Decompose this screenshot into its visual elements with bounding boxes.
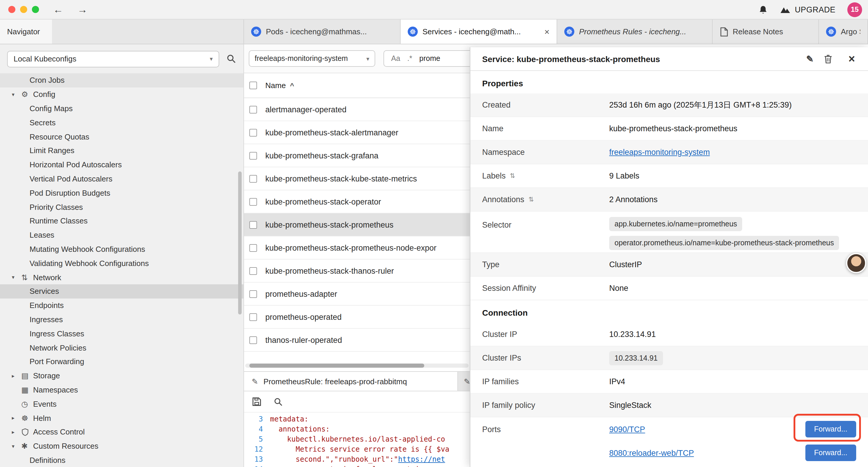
sidebar-item-label: Horizontal Pod Autoscalers bbox=[30, 160, 122, 169]
sidebar-item-cron-jobs[interactable]: Cron Jobs bbox=[0, 73, 243, 87]
row-checkbox[interactable] bbox=[249, 175, 257, 182]
select-all-checkbox[interactable] bbox=[249, 82, 257, 89]
namespace-selector[interactable]: freeleaps-monitoring-system ▾ bbox=[249, 50, 375, 67]
sidebar-item-runtime-classes[interactable]: Runtime Classes bbox=[0, 214, 243, 228]
row-checkbox[interactable] bbox=[249, 106, 257, 113]
save-icon[interactable] bbox=[252, 397, 262, 407]
expand-collapse-icon[interactable]: ⇅ bbox=[529, 196, 534, 203]
sidebar-item-network[interactable]: ▾ ⇅ Network bbox=[0, 270, 243, 284]
forward-button[interactable]: Forward... bbox=[805, 421, 856, 437]
tab-services[interactable]: ☸ Services - icecheng@math... × bbox=[401, 20, 557, 44]
title-bar-right: UPGRADE 15 bbox=[758, 2, 862, 17]
port-link[interactable]: 9090/TCP bbox=[609, 425, 645, 434]
tab-argo[interactable]: ☸ Argo S bbox=[819, 20, 868, 44]
detail-label: Ports bbox=[482, 425, 609, 434]
url-link[interactable]: https://net bbox=[398, 455, 445, 465]
horizontal-scrollbar-thumb[interactable] bbox=[249, 363, 424, 368]
tab-bar: Navigator ☸ Pods - icecheng@mathmas... ☸… bbox=[0, 20, 868, 44]
row-checkbox[interactable] bbox=[249, 290, 257, 298]
match-case-toggle[interactable]: Aa bbox=[391, 54, 400, 63]
dock-tab-label: PrometheusRule: freeleaps-prod-rabbitmq bbox=[264, 377, 407, 386]
sidebar-item-services[interactable]: Services bbox=[0, 284, 243, 298]
sidebar-item-config-maps[interactable]: Config Maps bbox=[0, 101, 243, 116]
namespace-link[interactable]: freeleaps-monitoring-system bbox=[609, 148, 710, 157]
sidebar-item-network-policies[interactable]: Network Policies bbox=[0, 341, 243, 355]
horizontal-scrollbar-track[interactable] bbox=[245, 363, 469, 368]
detail-row-ports: Ports 9090/TCP Forward... 8080:reloader-… bbox=[470, 417, 868, 465]
expand-collapse-icon[interactable]: ⇅ bbox=[510, 172, 515, 180]
service-name: prometheus-adapter bbox=[265, 289, 337, 298]
bell-icon[interactable] bbox=[758, 4, 768, 14]
user-avatar[interactable] bbox=[846, 253, 866, 273]
sidebar-item-access-control[interactable]: ▸ Access Control bbox=[0, 425, 243, 439]
upgrade-mountains-icon bbox=[780, 5, 790, 13]
chevron-right-icon[interactable]: ▸ bbox=[12, 429, 21, 435]
sidebar-item-helm[interactable]: ▸ ☸ Helm bbox=[0, 411, 243, 425]
zoom-window-button[interactable] bbox=[32, 6, 39, 13]
port-link[interactable]: 8080:reloader-web/TCP bbox=[609, 448, 694, 457]
sidebar-item-label: Resource Quotas bbox=[30, 132, 89, 141]
minimize-window-button[interactable] bbox=[20, 6, 27, 13]
search-query-text: prome bbox=[419, 54, 440, 63]
sidebar-item-port-forwarding[interactable]: Port Forwarding bbox=[0, 355, 243, 369]
sidebar-item-mutating-webhook-configurations[interactable]: Mutating Webhook Configurations bbox=[0, 242, 243, 256]
sidebar-item-config[interactable]: ▾ ⚙ Config bbox=[0, 87, 243, 102]
forward-arrow-icon[interactable]: → bbox=[78, 4, 88, 14]
name-column-header[interactable]: Name ^ bbox=[265, 81, 294, 90]
row-checkbox[interactable] bbox=[249, 267, 257, 274]
back-arrow-icon[interactable]: ← bbox=[53, 4, 63, 14]
sidebar-item-pod-disruption-budgets[interactable]: Pod Disruption Budgets bbox=[0, 186, 243, 200]
notification-count-badge[interactable]: 15 bbox=[847, 2, 862, 17]
chevron-down-icon[interactable]: ▾ bbox=[12, 91, 21, 97]
sidebar-item-vertical-pod-autoscalers[interactable]: Vertical Pod Autoscalers bbox=[0, 172, 243, 186]
sidebar-item-custom-resources[interactable]: ▾ ✱ Custom Resources bbox=[0, 439, 243, 453]
detail-label: Namespace bbox=[482, 148, 609, 157]
kubeconfig-selector[interactable]: Local Kubeconfigs ▾ bbox=[7, 51, 219, 67]
sidebar-item-priority-classes[interactable]: Priority Classes bbox=[0, 200, 243, 214]
dock-tab-prometheusrule[interactable]: ✎ PrometheusRule: freeleaps-prod-rabbitm… bbox=[244, 372, 458, 391]
sidebar-item-ingresses[interactable]: Ingresses bbox=[0, 313, 243, 327]
row-checkbox[interactable] bbox=[249, 244, 257, 252]
tab-release-notes[interactable]: Release Notes bbox=[713, 20, 819, 44]
trash-icon[interactable] bbox=[824, 47, 833, 71]
row-checkbox[interactable] bbox=[249, 198, 257, 205]
tab-prometheus-rules[interactable]: ☸ Prometheus Rules - icecheng... bbox=[557, 20, 713, 44]
sidebar-item-events[interactable]: ◷ Events bbox=[0, 397, 243, 411]
regex-toggle[interactable]: .* bbox=[407, 54, 412, 63]
chevron-right-icon[interactable]: ▸ bbox=[12, 415, 21, 421]
sidebar-item-endpoints[interactable]: Endpoints bbox=[0, 298, 243, 313]
sidebar-item-definitions[interactable]: Definitions bbox=[0, 453, 243, 467]
close-window-button[interactable] bbox=[8, 6, 16, 13]
close-tab-icon[interactable]: × bbox=[544, 27, 550, 37]
row-checkbox[interactable] bbox=[249, 221, 257, 229]
sidebar-item-limit-ranges[interactable]: Limit Ranges bbox=[0, 144, 243, 158]
chevron-down-icon[interactable]: ▾ bbox=[12, 274, 21, 280]
row-checkbox[interactable] bbox=[249, 336, 257, 344]
sidebar-item-namespaces[interactable]: ▦ Namespaces bbox=[0, 383, 243, 397]
row-checkbox[interactable] bbox=[249, 128, 257, 136]
search-icon[interactable] bbox=[226, 54, 236, 64]
close-icon[interactable]: × bbox=[848, 47, 855, 71]
sidebar-item-storage[interactable]: ▸ ▤ Storage bbox=[0, 369, 243, 383]
sidebar-item-secrets[interactable]: Secrets bbox=[0, 116, 243, 130]
sidebar-item-horizontal-pod-autoscalers[interactable]: Horizontal Pod Autoscalers bbox=[0, 158, 243, 172]
upgrade-button[interactable]: UPGRADE bbox=[780, 5, 836, 14]
tab-pods[interactable]: ☸ Pods - icecheng@mathmas... bbox=[244, 20, 401, 44]
forward-button[interactable]: Forward... bbox=[805, 444, 856, 461]
chevron-down-icon[interactable]: ▾ bbox=[12, 443, 21, 449]
row-checkbox[interactable] bbox=[249, 313, 257, 321]
edit-icon[interactable]: ✎ bbox=[806, 47, 814, 71]
vertical-scrollbar[interactable] bbox=[238, 171, 242, 315]
sidebar-item-resource-quotas[interactable]: Resource Quotas bbox=[0, 129, 243, 144]
sidebar-item-label: Network bbox=[33, 273, 61, 282]
detail-label: Selector bbox=[482, 217, 609, 229]
sidebar-item-ingress-classes[interactable]: Ingress Classes bbox=[0, 327, 243, 341]
detail-row-cluster-ips: Cluster IPs 10.233.14.91 bbox=[470, 346, 868, 370]
service-name: kube-prometheus-stack-operator bbox=[265, 197, 381, 206]
kubernetes-icon: ☸ bbox=[251, 27, 261, 37]
chevron-right-icon[interactable]: ▸ bbox=[12, 373, 21, 379]
sidebar-item-leases[interactable]: Leases bbox=[0, 228, 243, 242]
row-checkbox[interactable] bbox=[249, 152, 257, 159]
search-icon[interactable] bbox=[274, 397, 283, 406]
sidebar-item-validating-webhook-configurations[interactable]: Validating Webhook Configurations bbox=[0, 256, 243, 270]
